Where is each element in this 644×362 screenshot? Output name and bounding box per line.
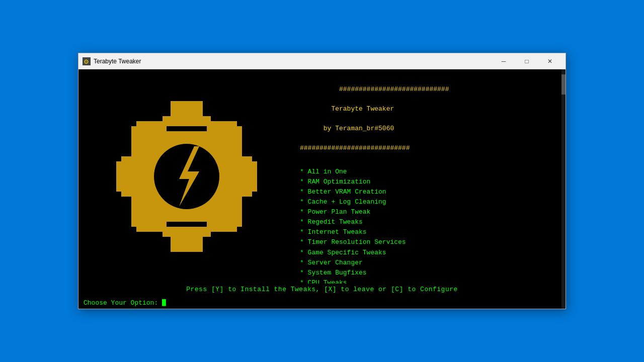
header-line4: ############################ [300, 144, 410, 152]
menu-item: * Better VRAM Creation [300, 187, 555, 197]
menu-area: ############################ Terabyte Tw… [295, 69, 566, 284]
header-line1: ############################ [339, 85, 449, 93]
gear-logo [106, 91, 267, 262]
menu-item: * Timer Resolution Services [300, 237, 555, 247]
menu-item: * Cache + Log Cleaning [300, 197, 555, 207]
svg-text:⚙: ⚙ [84, 58, 89, 65]
app-icon: ⚙ [83, 57, 91, 65]
main-window: ⚙ Terabyte Tweaker ─ □ ✕ [78, 53, 566, 309]
menu-item: * System Bugfixes [300, 268, 555, 278]
svg-rect-3 [163, 116, 211, 126]
close-button[interactable]: ✕ [538, 53, 561, 69]
scrollbar-thumb[interactable] [561, 74, 566, 95]
menu-item: * CPU Tweaks [300, 278, 555, 284]
terminal-content: ############################ Terabyte Tw… [78, 69, 566, 309]
menu-item: * RAM Optimization [300, 177, 555, 187]
svg-rect-17 [163, 227, 211, 237]
menu-item: * All in One [300, 167, 555, 177]
menu-item: * Server Changer [300, 258, 555, 268]
cursor: █ [162, 299, 166, 307]
header-line3: by Teraman_br#5060 [300, 125, 394, 132]
menu-items-list: * All in One* RAM Optimization* Better V… [300, 167, 555, 284]
menu-item: * Regedit Tweaks [300, 217, 555, 227]
header-line2: Terabyte Tweaker [300, 105, 394, 113]
title-bar: ⚙ Terabyte Tweaker ─ □ ✕ [78, 53, 566, 69]
bottom-bar: Press [Y] to Install the Tweaks, [X] to … [78, 284, 566, 297]
window-title: Terabyte Tweaker [94, 58, 492, 65]
input-prompt-label: Choose Your Option: [84, 299, 158, 307]
scrollbar-track[interactable] [561, 69, 566, 284]
main-area: ############################ Terabyte Tw… [78, 69, 566, 284]
menu-item: * Internet Tweaks [300, 227, 555, 237]
svg-rect-16 [171, 237, 203, 252]
svg-rect-2 [171, 101, 203, 116]
install-prompt: Press [Y] to Install the Tweaks, [X] to … [186, 286, 458, 293]
menu-header: ############################ Terabyte Tw… [300, 74, 555, 163]
input-line: Choose Your Option: █ [78, 297, 566, 309]
menu-item: * Power Plan Tweak [300, 207, 555, 217]
menu-item: * Game Specific Tweaks [300, 248, 555, 258]
minimize-button[interactable]: ─ [492, 53, 515, 69]
logo-area [78, 69, 295, 284]
window-controls: ─ □ ✕ [492, 53, 561, 69]
maximize-button[interactable]: □ [515, 53, 538, 69]
